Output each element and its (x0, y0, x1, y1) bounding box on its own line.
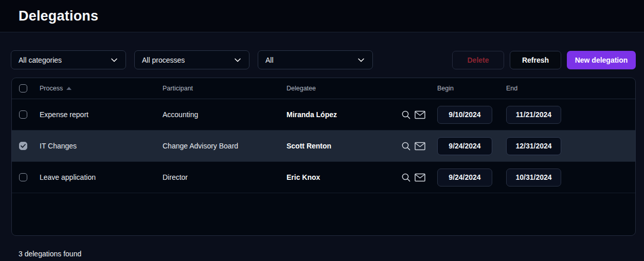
chevron-down-icon (111, 58, 117, 62)
cell-participant: Director (163, 173, 287, 181)
select-all-checkbox[interactable] (19, 84, 27, 92)
category-filter-value: All categories (19, 56, 62, 64)
table-body: Expense report Accounting Miranda López … (12, 99, 635, 193)
process-filter-dropdown[interactable]: All processes (134, 50, 249, 69)
search-icon[interactable] (401, 110, 411, 120)
cell-participant: Change Advisory Board (163, 142, 287, 150)
chevron-down-icon (358, 58, 364, 62)
result-count: 3 delegations found (19, 250, 644, 258)
mail-icon[interactable] (415, 142, 425, 151)
column-header-participant[interactable]: Participant (163, 85, 287, 92)
cell-process: Expense report (40, 110, 163, 119)
table-row[interactable]: Expense report Accounting Miranda López … (12, 99, 635, 130)
process-filter-value: All processes (142, 56, 185, 64)
check-icon (21, 144, 26, 148)
begin-date-input[interactable]: 9/10/2024 (437, 106, 492, 124)
begin-date-input[interactable]: 9/24/2024 (437, 137, 492, 155)
new-delegation-button[interactable]: New delegation (567, 51, 636, 69)
cell-delegatee: Scott Renton (287, 142, 331, 150)
page-title: Delegations (19, 8, 98, 24)
row-checkbox[interactable] (19, 110, 27, 119)
row-checkbox[interactable] (19, 142, 27, 150)
end-date-input[interactable]: 10/31/2024 (506, 169, 561, 187)
column-header-begin[interactable]: Begin (437, 85, 506, 92)
category-filter-dropdown[interactable]: All categories (11, 50, 126, 69)
table-row[interactable]: IT Changes Change Advisory Board Scott R… (12, 130, 635, 162)
mail-icon[interactable] (415, 110, 425, 119)
status-filter-dropdown[interactable]: All (258, 50, 373, 69)
search-icon[interactable] (401, 141, 411, 151)
search-icon[interactable] (401, 173, 411, 182)
mail-icon[interactable] (415, 173, 425, 182)
end-date-input[interactable]: 11/21/2024 (506, 106, 561, 124)
chevron-down-icon (235, 58, 241, 62)
filter-toolbar: All categories All processes All Delete … (11, 50, 636, 69)
column-header-end[interactable]: End (506, 85, 635, 92)
top-bar: Delegations (0, 0, 644, 32)
delegations-table: Process Participant Delegatee Begin End … (11, 78, 636, 236)
delete-button[interactable]: Delete (452, 51, 504, 69)
cell-delegatee: Miranda López (287, 110, 337, 119)
cell-participant: Accounting (163, 110, 287, 119)
table-header-row: Process Participant Delegatee Begin End (12, 78, 635, 99)
status-filter-value: All (265, 56, 274, 64)
end-date-input[interactable]: 12/31/2024 (506, 137, 561, 155)
cell-process: Leave application (40, 173, 163, 181)
table-row[interactable]: Leave application Director Eric Knox 9/2… (12, 162, 635, 193)
column-header-delegatee[interactable]: Delegatee (287, 85, 437, 92)
column-header-process[interactable]: Process (40, 85, 163, 92)
sort-ascending-icon (66, 87, 71, 90)
row-checkbox[interactable] (19, 173, 27, 181)
begin-date-input[interactable]: 9/24/2024 (437, 169, 492, 187)
refresh-button[interactable]: Refresh (510, 51, 561, 69)
cell-process: IT Changes (40, 142, 163, 150)
cell-delegatee: Eric Knox (287, 173, 320, 181)
